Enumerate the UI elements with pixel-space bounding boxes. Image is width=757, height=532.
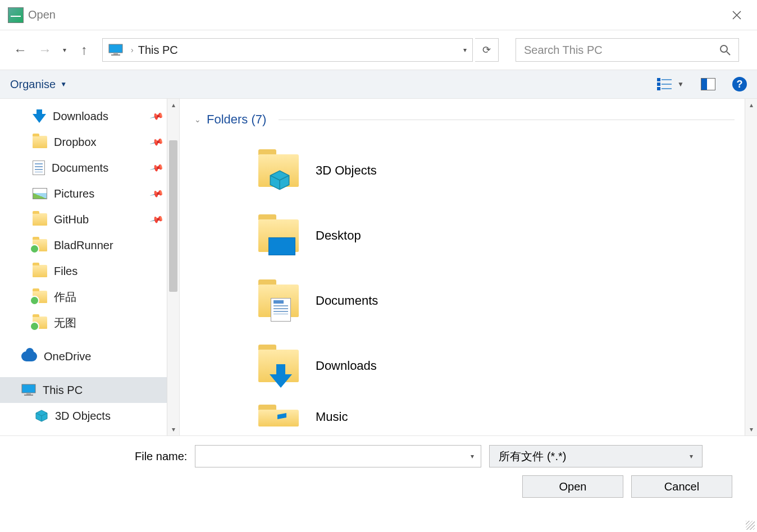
folder-item-3d-objects[interactable]: 3D Objects (258, 138, 757, 203)
main-area: Downloads 📌 Dropbox 📌 Documents 📌 Pictur… (0, 99, 757, 435)
folder-item-desktop[interactable]: Desktop (258, 203, 757, 268)
sidebar-item-downloads[interactable]: Downloads 📌 (0, 103, 179, 129)
chevron-down-icon: ▾ (690, 452, 693, 460)
window-title: Open (28, 8, 56, 21)
chevron-down-icon: ▾ (63, 46, 66, 54)
synced-folder-icon (33, 239, 47, 251)
sidebar-item-wutu[interactable]: 无图 (0, 310, 179, 336)
document-icon (33, 160, 45, 175)
this-pc-icon (108, 44, 123, 56)
sidebar-item-github[interactable]: GitHub 📌 (0, 207, 179, 232)
pin-icon: 📌 (149, 212, 165, 227)
download-icon (33, 109, 46, 123)
scrollbar-thumb[interactable] (169, 140, 177, 292)
resize-grip[interactable] (746, 521, 755, 530)
folder-item-music[interactable]: Music (258, 398, 757, 426)
organise-label: Organise (10, 78, 56, 91)
file-name-input[interactable]: ▾ (195, 445, 481, 467)
sidebar-item-label: 作品 (54, 290, 76, 305)
folder-icon (258, 219, 299, 252)
search-input[interactable]: Search This PC (516, 38, 739, 62)
pin-icon: 📌 (149, 135, 165, 149)
address-dropdown-icon[interactable]: ▾ (463, 46, 467, 54)
cloud-icon (21, 351, 37, 361)
chevron-down-icon[interactable]: ▾ (471, 452, 474, 460)
view-options-icon (657, 78, 672, 90)
bottom-panel: File name: ▾ 所有文件 (*.*) ▾ Open Cancel (0, 435, 757, 508)
refresh-button[interactable]: ⟳ (475, 38, 499, 62)
sidebar-item-bladrunner[interactable]: BladRunner (0, 232, 179, 258)
preview-pane-button[interactable] (701, 78, 715, 90)
section-header-folders[interactable]: ⌄ Folders (7) (185, 112, 757, 127)
sidebar-item-this-pc[interactable]: This PC (0, 377, 179, 403)
music-icon (272, 412, 289, 434)
sidebar-item-zuopin[interactable]: 作品 (0, 284, 179, 310)
breadcrumb-separator-icon: › (131, 45, 134, 54)
search-icon (719, 44, 731, 56)
picture-icon (33, 188, 47, 199)
sidebar-item-label: GitHub (54, 213, 89, 226)
scroll-down-icon: ▾ (172, 425, 175, 433)
sidebar-item-dropbox[interactable]: Dropbox 📌 (0, 129, 179, 155)
organise-menu[interactable]: Organise ▼ (10, 78, 67, 91)
back-button[interactable]: ← (9, 39, 31, 61)
pin-icon: 📌 (149, 160, 165, 175)
folder-icon (33, 213, 47, 226)
scroll-up-icon: ▴ (172, 101, 175, 109)
app-icon (8, 7, 24, 23)
folder-item-documents[interactable]: Documents (258, 268, 757, 333)
synced-folder-icon (33, 317, 47, 329)
sidebar-item-documents[interactable]: Documents 📌 (0, 155, 179, 181)
sidebar-item-pictures[interactable]: Pictures 📌 (0, 181, 179, 207)
file-type-filter[interactable]: 所有文件 (*.*) ▾ (489, 445, 703, 467)
chevron-down-icon: ▼ (677, 80, 684, 88)
sidebar-item-label: BladRunner (54, 239, 113, 252)
navigation-tree: Downloads 📌 Dropbox 📌 Documents 📌 Pictur… (0, 99, 180, 435)
arrow-left-icon: ← (13, 42, 27, 58)
content-scrollbar[interactable]: ▴ ▾ (745, 99, 757, 435)
search-placeholder: Search This PC (524, 44, 719, 57)
close-icon (732, 10, 742, 20)
forward-button[interactable]: → (34, 39, 56, 61)
scroll-up-icon: ▴ (750, 101, 753, 109)
sidebar-scrollbar[interactable]: ▴ ▾ (167, 99, 179, 435)
pane-icon (701, 79, 707, 90)
pin-icon: 📌 (149, 186, 165, 201)
this-pc-icon (21, 384, 36, 396)
sidebar-item-label: Downloads (53, 110, 108, 123)
svg-rect-2 (111, 54, 120, 56)
download-icon (270, 364, 292, 388)
sidebar-item-label: Documents (52, 162, 108, 175)
folder-icon (33, 136, 47, 148)
sidebar-item-3d-objects[interactable]: 3D Objects (0, 403, 179, 429)
address-bar[interactable]: › This PC ▾ (102, 38, 473, 62)
folder-label: Desktop (316, 228, 361, 243)
breadcrumb-location[interactable]: This PC (138, 44, 178, 57)
sidebar-item-label: This PC (43, 384, 83, 397)
content-area: ⌄ Folders (7) 3D Objects Desktop (180, 99, 757, 435)
sidebar-item-label: Dropbox (54, 136, 97, 149)
cube-icon (35, 409, 48, 423)
toolbar: Organise ▼ ▼ ? (0, 70, 757, 99)
sidebar-item-label: 3D Objects (55, 410, 111, 423)
file-name-label: File name: (135, 450, 187, 463)
folder-item-downloads[interactable]: Downloads (258, 333, 757, 398)
cancel-button[interactable]: Cancel (631, 475, 732, 498)
svg-line-4 (727, 52, 730, 55)
svg-rect-7 (24, 395, 33, 396)
folder-grid: 3D Objects Desktop Documents (185, 127, 757, 426)
titlebar: Open (0, 0, 757, 30)
sidebar-item-onedrive[interactable]: OneDrive (0, 343, 179, 369)
sidebar-item-files[interactable]: Files (0, 258, 179, 284)
help-button[interactable]: ? (732, 77, 747, 91)
up-button[interactable]: ↑ (73, 39, 95, 61)
pin-icon: 📌 (149, 109, 165, 123)
view-options-button[interactable]: ▼ (657, 78, 684, 90)
folder-label: Documents (316, 293, 378, 308)
recent-locations-button[interactable]: ▾ (58, 39, 71, 61)
sidebar-item-label: 无图 (54, 315, 76, 331)
document-icon (271, 298, 291, 322)
close-button[interactable] (720, 0, 754, 30)
open-button[interactable]: Open (522, 475, 623, 498)
folder-icon (258, 285, 299, 317)
